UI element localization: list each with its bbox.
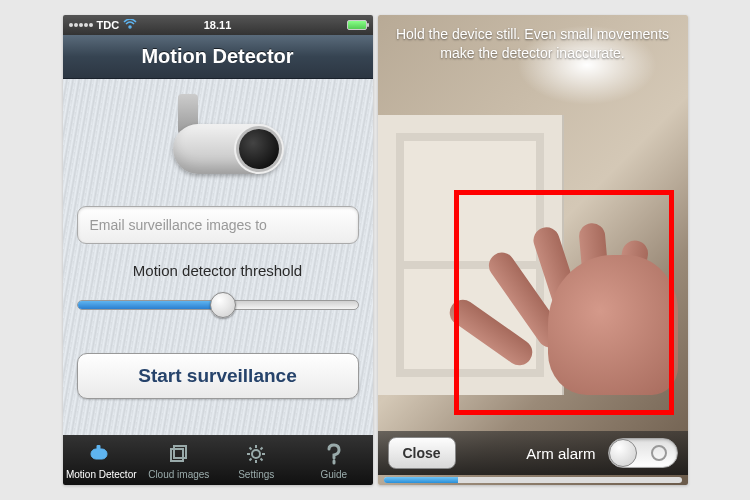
battery-icon: [347, 20, 367, 30]
tab-bar: Motion Detector Cloud images Settings Gu…: [63, 435, 373, 485]
status-bar: TDC 18.11: [63, 15, 373, 35]
signal-icon: [69, 23, 93, 27]
tab-label: Guide: [320, 469, 347, 480]
stack-icon: [166, 441, 192, 467]
start-surveillance-button[interactable]: Start surveillance: [77, 353, 359, 399]
svg-point-4: [252, 450, 260, 458]
camera-icon: [88, 441, 114, 467]
threshold-slider[interactable]: [77, 291, 359, 319]
svg-rect-3: [171, 449, 183, 461]
gear-icon: [243, 441, 269, 467]
arm-alarm-toggle[interactable]: [608, 438, 678, 468]
loading-progress: [384, 477, 682, 483]
wifi-icon: [123, 19, 137, 31]
email-field[interactable]: [77, 206, 359, 244]
tab-cloud-images[interactable]: Cloud images: [140, 435, 218, 485]
camera-illustration: [148, 94, 288, 184]
toggle-knob[interactable]: [609, 439, 637, 467]
svg-rect-2: [174, 446, 186, 458]
instruction-text: Hold the device still. Even small moveme…: [378, 25, 688, 63]
slider-thumb[interactable]: [210, 292, 236, 318]
tab-motion-detector[interactable]: Motion Detector: [63, 435, 141, 485]
clock-label: 18.11: [204, 19, 232, 31]
tab-settings[interactable]: Settings: [218, 435, 296, 485]
close-button[interactable]: Close: [388, 437, 456, 469]
tab-label: Settings: [238, 469, 274, 480]
config-screen: TDC 18.11 Motion Detector Motion detecto…: [63, 15, 373, 485]
motion-detection-box: [454, 190, 674, 415]
threshold-label: Motion detector threshold: [77, 262, 359, 279]
svg-rect-1: [97, 445, 100, 451]
question-icon: [321, 441, 347, 467]
nav-bar: Motion Detector: [63, 35, 373, 79]
main-content: Motion detector threshold Start surveill…: [63, 79, 373, 435]
status-right-cluster: [347, 20, 367, 30]
surveillance-screen: Hold the device still. Even small moveme…: [378, 15, 688, 485]
camera-feed: Hold the device still. Even small moveme…: [378, 15, 688, 485]
arm-alarm-label: Arm alarm: [526, 445, 595, 462]
status-left-cluster: TDC: [69, 19, 138, 31]
tab-guide[interactable]: Guide: [295, 435, 373, 485]
toggle-off-indicator: [651, 445, 667, 461]
page-title: Motion Detector: [141, 45, 293, 68]
tab-label: Motion Detector: [66, 469, 137, 480]
bottom-toolbar: Close Arm alarm: [378, 431, 688, 475]
carrier-label: TDC: [97, 19, 120, 31]
tab-label: Cloud images: [148, 469, 209, 480]
